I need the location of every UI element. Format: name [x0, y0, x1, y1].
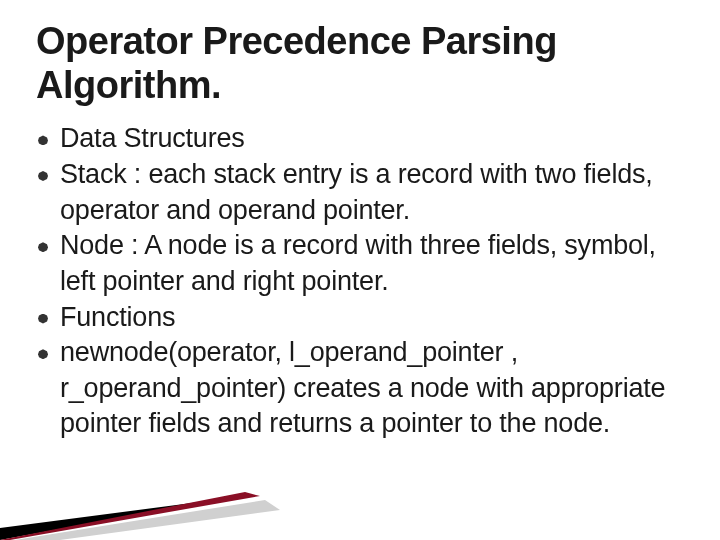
- list-item: newnode(operator, l_operand_pointer , r_…: [36, 335, 674, 442]
- svg-marker-1: [0, 492, 260, 540]
- corner-decoration: [0, 470, 280, 540]
- list-item: Functions: [36, 300, 674, 336]
- svg-marker-2: [15, 500, 280, 540]
- slide: Operator Precedence Parsing Algorithm. D…: [0, 0, 720, 540]
- list-item: Stack : each stack entry is a record wit…: [36, 157, 674, 228]
- list-item: Node : A node is a record with three fie…: [36, 228, 674, 299]
- bullet-list: Data Structures Stack : each stack entry…: [36, 121, 684, 442]
- list-item: Data Structures: [36, 121, 674, 157]
- svg-marker-0: [0, 498, 230, 540]
- slide-title: Operator Precedence Parsing Algorithm.: [36, 20, 684, 107]
